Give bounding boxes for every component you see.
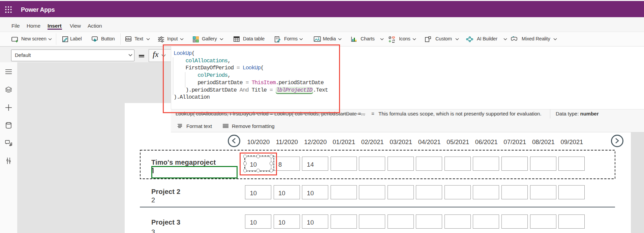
svg-text:Abc: Abc — [126, 37, 131, 41]
